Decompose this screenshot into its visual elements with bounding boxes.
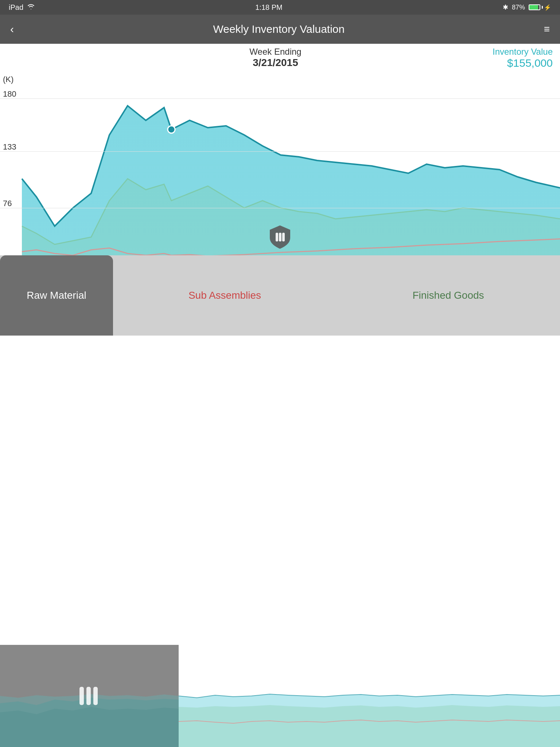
back-button[interactable]: ‹ bbox=[10, 23, 14, 35]
status-left: iPad bbox=[9, 3, 35, 12]
bottom-left-chart[interactable] bbox=[0, 645, 179, 747]
bluetooth-icon: ✱ bbox=[503, 3, 508, 11]
svg-rect-9 bbox=[86, 687, 91, 705]
nav-bar: ‹ Weekly Inventory Valuation ≡ bbox=[0, 15, 560, 44]
inventory-label: Inventory Value bbox=[493, 47, 553, 57]
inventory-value: $155,000 bbox=[493, 57, 553, 69]
week-date: 3/21/2015 bbox=[249, 57, 301, 69]
svg-rect-8 bbox=[79, 687, 84, 705]
tab-finished-goods[interactable]: Finished Goods bbox=[337, 255, 560, 336]
week-info: Week Ending 3/21/2015 bbox=[249, 47, 301, 69]
chart-header: Week Ending 3/21/2015 Inventory Value $1… bbox=[0, 47, 560, 69]
page-wrapper: iPad 1:18 PM ✱ 87% ⚡ ‹ Weekly Inventory … bbox=[0, 0, 560, 747]
tabs-container: Raw Material Sub Assemblies Finished Goo… bbox=[0, 255, 560, 336]
bottom-right-chart[interactable] bbox=[179, 645, 560, 747]
grid-line-2 bbox=[0, 151, 560, 152]
svg-rect-10 bbox=[93, 687, 98, 705]
page-title: Weekly Inventory Valuation bbox=[213, 23, 345, 35]
week-label: Week Ending bbox=[249, 47, 301, 57]
svg-rect-4 bbox=[282, 233, 285, 241]
status-right: ✱ 87% ⚡ bbox=[503, 3, 551, 11]
chart-area: Week Ending 3/21/2015 Inventory Value $1… bbox=[0, 44, 560, 336]
time-label: 1:18 PM bbox=[255, 3, 282, 12]
status-bar: iPad 1:18 PM ✱ 87% ⚡ bbox=[0, 0, 560, 15]
wifi-icon bbox=[27, 3, 35, 12]
grid-line-3 bbox=[0, 208, 560, 208]
battery-icon: ⚡ bbox=[529, 4, 551, 11]
main-content-area bbox=[0, 336, 560, 645]
tab-sub-assemblies[interactable]: Sub Assemblies bbox=[113, 255, 337, 336]
bottom-section bbox=[0, 645, 560, 747]
tab-raw-material[interactable]: Raw Material bbox=[0, 255, 113, 336]
battery-percent: 87% bbox=[512, 4, 525, 11]
inventory-info: Inventory Value $155,000 bbox=[493, 47, 553, 69]
svg-marker-12 bbox=[179, 705, 560, 747]
svg-rect-3 bbox=[279, 233, 281, 241]
drag-handle-shield[interactable] bbox=[265, 222, 295, 252]
menu-button[interactable]: ≡ bbox=[544, 23, 550, 35]
svg-rect-2 bbox=[276, 233, 278, 241]
selected-point bbox=[168, 126, 175, 133]
grid-line-1 bbox=[0, 98, 560, 99]
carrier-label: iPad bbox=[9, 3, 23, 12]
